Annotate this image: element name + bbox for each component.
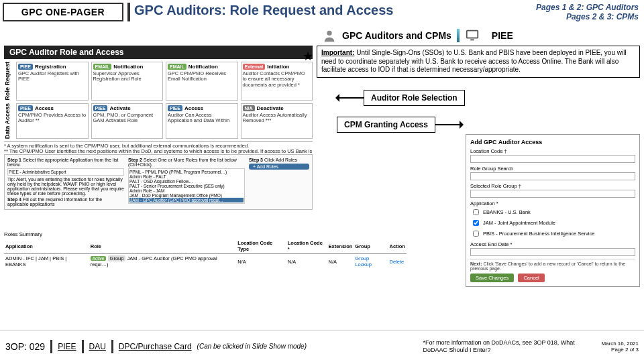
role-list[interactable]: PPML - PPML PMO (PPML Program Personnel…… (128, 168, 245, 204)
page-ref: Pages 1 & 2: GPC Auditors Pages 2 & 3: C… (536, 0, 644, 21)
link-dau[interactable]: DAU (89, 342, 106, 351)
cb-pbis[interactable] (473, 231, 479, 237)
flow-cell: EMAILNotificationSupervisor Approves Reg… (91, 62, 164, 101)
doc-code: 3OP: 029 (5, 341, 45, 352)
flow-cell: PIEERegistrationGPC Auditor Registers wi… (16, 62, 89, 101)
app-select[interactable]: PIEE - Administrative Support (7, 168, 124, 176)
page-ref-2: Pages 2 & 3: CPMs (536, 12, 639, 21)
link-piee[interactable]: PIEE (58, 342, 76, 351)
row1-label: Role Request (4, 62, 13, 101)
cell-role: Active Group JAM - GPC Auditor (GPC PMO … (89, 254, 236, 269)
flow-cell: PIEEAccessAuditor Can Access Application… (166, 103, 238, 139)
add-roles-button[interactable]: + Add Roles (249, 164, 309, 170)
arrow-right-icon (435, 124, 462, 125)
footer-date: March 16, 2021Page 2 of 3 (601, 341, 639, 353)
selected-role-group-input[interactable] (470, 190, 635, 198)
flow-cell: ExternalInitiationAuditor Contacts CPM/P… (241, 62, 313, 101)
panel-title: Add GPC Auditor Access (470, 139, 635, 145)
step4-text: Fill out the required information for th… (7, 197, 102, 206)
step1-text: Select the appropriate Application from … (7, 158, 118, 167)
step1-tip: Tip: Alert, you are entering the section… (7, 177, 124, 196)
callout-auditor-role: Auditor Role Selection (364, 90, 465, 106)
page-ref-1: Pages 1 & 2: GPC Auditors (536, 3, 639, 12)
cell-ext: N/A (327, 254, 354, 269)
step2-h: Step 2 (128, 158, 142, 162)
footer-div2 (82, 340, 84, 353)
step4-h: Step 4 (7, 197, 21, 202)
group-lookup-link[interactable]: Group Lookup (355, 255, 372, 267)
step2-text: Select One or More Roles from the list b… (128, 158, 237, 167)
flow-cell: PIEEActivateCPM, PMO, or Component GAM A… (91, 103, 164, 139)
arrow-left-icon (337, 97, 364, 99)
cell-lct: N/A (236, 254, 286, 269)
subheader-label-2: PIEE (492, 30, 513, 41)
summary-title: Roles Summary (4, 231, 407, 237)
svg-point-0 (327, 31, 331, 36)
panel-hint: Next: Click 'Save Changes' to add a new … (470, 259, 635, 271)
roles-summary: Roles Summary ApplicationRoleLocation Co… (4, 231, 407, 269)
col-header: Role (89, 239, 236, 254)
group-badge: Group (108, 255, 126, 261)
footer-note: (Can be clicked in Slide Show mode) (197, 343, 307, 350)
col-header: Location Code Type (236, 239, 286, 254)
loc-label: Location Code † (470, 148, 635, 154)
step1-h: Step 1 (7, 158, 21, 162)
subheader-label-1: GPC Auditors and CPMs (342, 30, 451, 41)
col-header: Action (388, 239, 407, 254)
srg-label: Selected Role Group † (470, 183, 635, 189)
monitor-icon (465, 28, 480, 43)
svg-rect-2 (470, 40, 474, 41)
cb-ebanks[interactable] (473, 209, 479, 215)
important-label: Important: (321, 49, 354, 56)
header-divider (127, 3, 130, 21)
location-code-input[interactable] (470, 155, 635, 163)
row2-label: Data Access (4, 103, 13, 139)
col-header: Extension (327, 239, 354, 254)
flow-cell: EMAILNotificationGPC CPM/PMO Receives Em… (166, 62, 238, 101)
steps-screenshot: Step 1 Select the appropriate Applicatio… (4, 154, 313, 210)
callout-cpm-access: CPM Granting Access (337, 117, 435, 133)
app-label: Application * (470, 200, 635, 206)
subheader-divider (457, 29, 460, 42)
col-header: Application (4, 239, 89, 254)
cell-lc: N/A (286, 254, 327, 269)
footer-right-note: *For more information on DoDAACs, see 3O… (423, 339, 590, 354)
footer-div3 (111, 340, 113, 353)
star-icon: ★ (303, 49, 313, 64)
status-badge: Active (91, 256, 107, 261)
cancel-button[interactable]: Cancel (518, 274, 544, 282)
step3-h: Step 3 (249, 158, 263, 162)
cb-jam-label: JAM - Joint Appointment Module (483, 220, 555, 226)
flow-cell: N/ADeactivateAuditor Access Automaticall… (241, 103, 313, 139)
flow-cell: PIEEAccessCPM/PMO Provides Access to Aud… (16, 103, 89, 139)
cb-jam[interactable] (473, 220, 479, 226)
end-date-input[interactable] (470, 248, 635, 256)
cell-app: ADMIN - IFC | JAM | PBIS | EBANKS (4, 254, 89, 269)
flowchart-title: GPC Auditor Role and Access (4, 46, 313, 59)
end-date-label: Access End Date * (470, 241, 635, 247)
important-note: ★ Important: Until Single-Sign-Ons (SSOs… (317, 46, 640, 78)
delete-link[interactable]: Delete (390, 259, 405, 265)
page-title: GPC Auditors: Role Request and Access (134, 0, 536, 18)
cb-pbis-label: PBIS - Procurement Business Intelligence… (483, 231, 594, 237)
important-text: Until Single-Sign-Ons (SSOs) to U.S. Ban… (321, 49, 627, 73)
rgs-label: Role Group Search (470, 166, 635, 172)
col-header: Location Code * (286, 239, 327, 254)
onepager-badge: GPC ONE-PAGER (3, 3, 123, 21)
user-icon (322, 28, 337, 43)
table-row: ADMIN - IFC | JAM | PBIS | EBANKS Active… (4, 254, 407, 269)
col-header: Group (354, 239, 388, 254)
save-button[interactable]: Save Changes (470, 274, 514, 282)
cb-ebanks-label: EBANKS - U.S. Bank (483, 209, 531, 215)
svg-rect-1 (467, 31, 478, 38)
role-group-search-input[interactable] (470, 172, 635, 180)
add-access-panel: Add GPC Auditor Access Location Code † R… (466, 134, 640, 287)
link-dpc[interactable]: DPC/Purchase Card (119, 342, 192, 351)
step3-text: Click Add Roles (264, 158, 297, 162)
footer-div1 (50, 340, 52, 353)
